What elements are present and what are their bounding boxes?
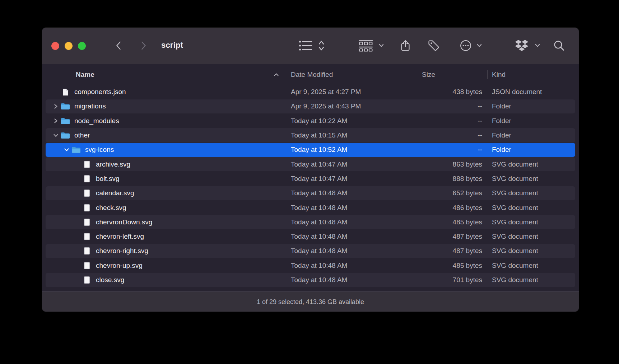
table-row[interactable]: chevron-left.svg Today at 10:48 AM 487 b… bbox=[42, 229, 579, 244]
date-modified-cell: Today at 10:48 AM bbox=[285, 276, 416, 284]
size-cell: -- bbox=[416, 117, 487, 125]
table-row[interactable]: check.svg Today at 10:48 AM 486 bytes SV… bbox=[42, 200, 579, 215]
date-modified-cell: Today at 10:48 AM bbox=[285, 233, 416, 241]
column-divider[interactable] bbox=[285, 70, 285, 79]
file-name-cell: close.svg bbox=[42, 276, 285, 284]
dropbox-chevron-icon[interactable] bbox=[535, 44, 540, 47]
table-row[interactable]: other Today at 10:15 AM -- Folder bbox=[42, 128, 579, 143]
column-divider[interactable] bbox=[416, 70, 416, 79]
titlebar[interactable]: script bbox=[42, 28, 579, 64]
kind-cell: SVG document bbox=[487, 175, 579, 183]
kind-cell: SVG document bbox=[487, 204, 579, 212]
table-row[interactable]: chervronDown.svg Today at 10:48 AM 485 b… bbox=[42, 215, 579, 229]
svg-document-icon bbox=[82, 204, 92, 211]
svg-document-icon bbox=[82, 190, 92, 197]
window-title: script bbox=[161, 41, 183, 50]
finder-window: script bbox=[42, 28, 579, 312]
disclosure-collapsed-icon[interactable] bbox=[53, 118, 59, 123]
file-name-cell: archive.svg bbox=[42, 160, 285, 168]
close-button[interactable] bbox=[51, 42, 59, 50]
file-name: other bbox=[74, 131, 90, 139]
table-row[interactable]: calendar.svg Today at 10:48 AM 652 bytes… bbox=[42, 186, 579, 200]
date-modified-cell: Today at 10:48 AM bbox=[285, 204, 416, 212]
file-name: chevron-left.svg bbox=[96, 233, 144, 241]
share-icon[interactable] bbox=[401, 40, 410, 52]
column-header-kind[interactable]: Kind bbox=[492, 71, 506, 79]
svg-document-icon bbox=[82, 219, 92, 226]
size-cell: 487 bytes bbox=[416, 247, 487, 255]
svg-document-icon bbox=[82, 233, 92, 240]
file-name-cell: node_modules bbox=[42, 117, 285, 125]
column-header-row: Name Date Modified Size Kind bbox=[42, 64, 579, 85]
status-bar: 1 of 29 selected, 413.36 GB available bbox=[42, 291, 579, 312]
list-view-icon[interactable] bbox=[299, 40, 312, 51]
date-modified-cell: Today at 10:15 AM bbox=[285, 131, 416, 139]
minimize-button[interactable] bbox=[65, 42, 73, 50]
file-name: chervronDown.svg bbox=[96, 218, 152, 226]
tags-icon[interactable] bbox=[428, 40, 440, 52]
table-row[interactable]: migrations Apr 9, 2025 at 4:43 PM -- Fol… bbox=[42, 99, 579, 113]
date-modified-cell: Today at 10:48 AM bbox=[285, 262, 416, 270]
table-row[interactable]: close.svg Today at 10:48 AM 701 bytes SV… bbox=[42, 273, 579, 287]
kind-cell: Folder bbox=[487, 146, 579, 154]
kind-cell: Folder bbox=[487, 117, 579, 125]
size-cell: 888 bytes bbox=[416, 175, 487, 183]
date-modified-cell: Today at 10:52 AM bbox=[285, 146, 416, 154]
file-name-cell: svg-icons bbox=[42, 146, 285, 154]
size-cell: 487 bytes bbox=[416, 233, 487, 241]
table-row[interactable]: archive.svg Today at 10:47 AM 863 bytes … bbox=[42, 157, 579, 171]
group-by-chevron-icon[interactable] bbox=[379, 44, 384, 47]
column-divider[interactable] bbox=[487, 70, 488, 79]
search-icon[interactable] bbox=[554, 40, 565, 51]
date-modified-cell: Today at 10:22 AM bbox=[285, 117, 416, 125]
folder-icon bbox=[61, 117, 70, 125]
svg-document-icon bbox=[82, 161, 92, 168]
file-name-cell: chevron-left.svg bbox=[42, 233, 285, 241]
size-cell: 485 bytes bbox=[416, 218, 487, 226]
kind-cell: SVG document bbox=[487, 189, 579, 197]
size-cell: 438 bytes bbox=[416, 88, 487, 96]
folder-icon bbox=[71, 146, 81, 153]
sort-ascending-icon bbox=[274, 73, 279, 76]
file-name: calendar.svg bbox=[96, 189, 134, 197]
size-cell: 485 bytes bbox=[416, 262, 487, 270]
file-name-cell: components.json bbox=[42, 88, 285, 96]
file-name: close.svg bbox=[96, 276, 124, 284]
disclosure-expanded-icon[interactable] bbox=[64, 148, 69, 152]
disclosure-collapsed-icon[interactable] bbox=[53, 104, 59, 109]
size-cell: 652 bytes bbox=[416, 189, 487, 197]
zoom-button[interactable] bbox=[78, 42, 86, 50]
kind-cell: SVG document bbox=[487, 276, 579, 284]
file-name-cell: other bbox=[42, 131, 285, 139]
column-header-name[interactable]: Name bbox=[76, 71, 94, 79]
disclosure-expanded-icon[interactable] bbox=[53, 133, 59, 137]
size-cell: 863 bytes bbox=[416, 160, 487, 168]
back-button[interactable] bbox=[116, 41, 121, 50]
more-options-chevron-icon[interactable] bbox=[477, 44, 482, 47]
table-row[interactable]: bolt.svg Today at 10:47 AM 888 bytes SVG… bbox=[42, 172, 579, 186]
kind-cell: JSON document bbox=[487, 88, 579, 96]
view-switcher-chevrons-icon[interactable] bbox=[318, 40, 325, 51]
date-modified-cell: Today at 10:48 AM bbox=[285, 189, 416, 197]
more-options-icon[interactable] bbox=[460, 40, 472, 52]
file-name-cell: chevron-right.svg bbox=[42, 247, 285, 255]
size-cell: -- bbox=[416, 131, 487, 139]
column-header-size[interactable]: Size bbox=[422, 71, 435, 79]
kind-cell: Folder bbox=[487, 102, 579, 110]
kind-cell: Folder bbox=[487, 131, 579, 139]
dropbox-icon[interactable] bbox=[515, 40, 529, 51]
file-name-cell: chervronDown.svg bbox=[42, 218, 285, 226]
svg-document-icon bbox=[82, 175, 92, 182]
table-row[interactable]: components.json Apr 9, 2025 at 4:27 PM 4… bbox=[42, 85, 579, 99]
file-name: check.svg bbox=[96, 204, 126, 212]
table-row[interactable]: node_modules Today at 10:22 AM -- Folder bbox=[42, 114, 579, 128]
table-row[interactable]: chevron-right.svg Today at 10:48 AM 487 … bbox=[42, 244, 579, 258]
date-modified-cell: Today at 10:47 AM bbox=[285, 160, 416, 168]
column-header-date-modified[interactable]: Date Modified bbox=[291, 71, 333, 79]
group-by-icon[interactable] bbox=[359, 40, 373, 52]
table-row[interactable]: svg-icons Today at 10:52 AM -- Folder bbox=[42, 143, 579, 157]
kind-cell: SVG document bbox=[487, 247, 579, 255]
file-list: components.json Apr 9, 2025 at 4:27 PM 4… bbox=[42, 85, 579, 288]
forward-button[interactable] bbox=[141, 41, 146, 50]
table-row[interactable]: chevron-up.svg Today at 10:48 AM 485 byt… bbox=[42, 258, 579, 273]
